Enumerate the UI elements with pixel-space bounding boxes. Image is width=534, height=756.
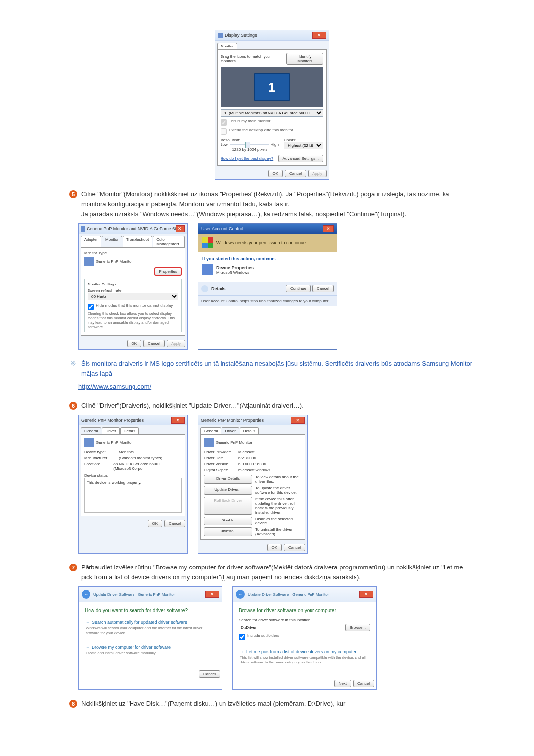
window-title: Display Settings	[225, 33, 257, 38]
monitor-properties-window: Generic PnP Monitor and NVIDIA GeForce 6…	[78, 223, 188, 350]
monitor-thumbnail[interactable]: 1	[254, 73, 290, 101]
driver-details-button[interactable]: Driver Details	[204, 475, 252, 484]
step-7: 7 Pārbaudiet izvēles rūtiņu "Browse my c…	[69, 563, 475, 582]
include-subfolders-checkbox[interactable]	[239, 634, 245, 640]
colors-select[interactable]: Highest (32 bit)	[284, 142, 323, 149]
continue-button[interactable]: Continue	[286, 285, 311, 292]
step-badge: 8	[69, 700, 77, 708]
close-icon[interactable]: ✕	[176, 225, 185, 232]
close-icon[interactable]: ✕	[312, 32, 326, 39]
tab-driver[interactable]: Driver	[222, 427, 239, 434]
ok-button[interactable]: OK	[127, 340, 142, 347]
cancel-button[interactable]: Cancel	[199, 670, 220, 678]
update-driver-button[interactable]: Update Driver...	[204, 486, 252, 495]
roll-back-driver-button: Roll Back Driver	[204, 497, 252, 515]
step-badge: 6	[69, 402, 77, 410]
search-path-input[interactable]	[239, 624, 343, 631]
hide-modes-checkbox[interactable]	[88, 304, 94, 310]
cancel-button[interactable]: Cancel	[143, 340, 165, 347]
tab-color-management[interactable]: Color Management	[153, 236, 185, 247]
ok-button[interactable]: OK	[268, 170, 283, 177]
monitor-icon	[204, 438, 214, 447]
ok-button[interactable]: OK	[148, 520, 163, 527]
shield-icon	[202, 237, 213, 248]
step-6: 6 Cilnē "Driver"(Draiveris), noklikšķini…	[69, 401, 475, 411]
monitor-select[interactable]: 1. (Multiple Monitors) on NVIDIA GeForce…	[221, 109, 323, 117]
monitor-icon	[84, 438, 94, 447]
tab-general[interactable]: General	[81, 427, 101, 434]
display-settings-titlebar: Display Settings ✕	[215, 30, 329, 41]
window-icon	[81, 226, 85, 232]
device-status-box: This device is working properly.	[84, 478, 182, 513]
option-let-me-pick[interactable]: Let me pick from a list of device driver…	[239, 647, 370, 667]
note-icon: ※	[69, 359, 77, 378]
disable-button[interactable]: Disable	[204, 517, 252, 525]
samsung-link[interactable]: http://www.samsung.com/	[78, 383, 151, 390]
tab-adapter[interactable]: Adapter	[81, 236, 101, 247]
extend-desktop-checkbox	[221, 128, 227, 135]
resolution-label: Resolution:	[221, 138, 279, 142]
apply-button: Apply	[308, 170, 327, 177]
display-settings-window: Display Settings ✕ Monitor Drag the icon…	[215, 30, 329, 180]
step-badge: 7	[69, 564, 77, 571]
window-icon	[218, 33, 223, 38]
refresh-rate-select[interactable]: 60 Hertz	[88, 293, 178, 300]
identify-monitors-button[interactable]: Identify Monitors	[286, 53, 323, 65]
update-driver-wizard-1: ← Update Driver Software - Generic PnP M…	[78, 586, 222, 690]
cancel-button[interactable]: Cancel	[312, 285, 334, 292]
browse-button[interactable]: Browse...	[345, 624, 370, 631]
close-icon[interactable]: ✕	[359, 591, 373, 598]
close-icon[interactable]: ✕	[291, 417, 305, 424]
resolution-slider[interactable]	[230, 144, 269, 145]
close-icon[interactable]: ✕	[171, 417, 185, 424]
back-icon[interactable]: ←	[236, 590, 245, 599]
step-badge: 5	[69, 190, 77, 198]
tab-details[interactable]: Details	[120, 427, 139, 434]
help-link[interactable]: How do I get the best display?	[221, 156, 273, 161]
close-icon[interactable]: ✕	[323, 225, 334, 232]
properties-button[interactable]: Properties	[154, 267, 182, 276]
colors-label: Colors:	[284, 138, 323, 142]
main-monitor-checkbox	[221, 119, 227, 126]
tab-monitor[interactable]: Monitor	[102, 236, 122, 247]
device-icon	[202, 264, 213, 275]
next-button[interactable]: Next	[334, 680, 351, 687]
cancel-button[interactable]: Cancel	[285, 170, 306, 177]
uac-window: User Account Control ✕ Windows needs you…	[198, 223, 337, 350]
tab-driver[interactable]: Driver	[102, 427, 119, 434]
note-block: ※ Šis monitora draiveris ir MS logo sert…	[69, 359, 475, 378]
advanced-settings-button[interactable]: Advanced Settings...	[278, 155, 323, 162]
tab-monitor[interactable]: Monitor	[217, 43, 237, 49]
drag-hint: Drag the icons to match your monitors.	[221, 54, 286, 63]
tab-troubleshoot[interactable]: Troubleshoot	[123, 236, 152, 247]
option-browse-computer[interactable]: Browse my computer for driver software L…	[85, 643, 216, 658]
option-search-automatically[interactable]: Search automatically for updated driver …	[85, 618, 216, 638]
close-icon[interactable]: ✕	[205, 591, 219, 598]
device-properties-driver-window: Generic PnP Monitor Properties✕ General …	[198, 415, 308, 554]
step-5: 5 Cilnē "Monitor"(Monitors) noklikšķinie…	[69, 189, 475, 219]
cancel-button[interactable]: Cancel	[353, 680, 374, 687]
tab-details[interactable]: Details	[240, 427, 259, 434]
update-driver-wizard-2: ← Update Driver Software - Generic PnP M…	[232, 586, 377, 690]
step-8: 8 Noklikšķiniet uz "Have Disk…"(Paņemt d…	[69, 699, 475, 709]
apply-button: Apply	[167, 340, 185, 347]
back-icon[interactable]: ←	[82, 590, 90, 599]
cancel-button[interactable]: Cancel	[164, 520, 185, 527]
tab-general[interactable]: General	[200, 427, 221, 434]
chevron-down-icon[interactable]	[201, 285, 208, 292]
device-properties-general-window: Generic PnP Monitor Properties✕ General …	[78, 415, 188, 554]
cancel-button[interactable]: Cancel	[284, 544, 305, 551]
uninstall-button[interactable]: Uninstall	[204, 527, 252, 536]
ok-button[interactable]: OK	[267, 544, 282, 551]
monitor-icon	[84, 257, 94, 266]
